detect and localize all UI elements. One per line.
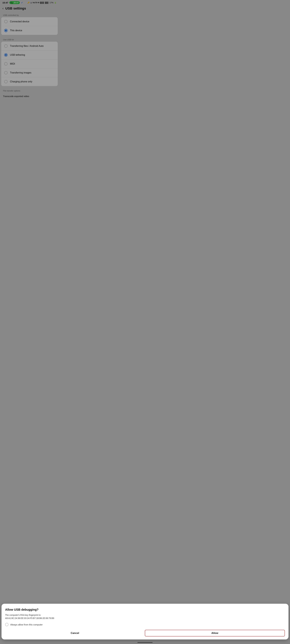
status-time: 15:47 (3, 1, 8, 4)
radio-usb-tethering[interactable]: USB tethering (1, 50, 58, 59)
call-badge: 📞 29:47 (9, 1, 20, 4)
signal-bars-1: ▌▌▌ (40, 2, 44, 4)
radio-label-midi: MIDI (10, 62, 15, 65)
use-usb-section-label: Use USB for (0, 37, 59, 42)
radio-circle-usb-tethering (4, 53, 8, 56)
radio-circle-this-device (4, 29, 8, 32)
location-icon: ◎ (30, 2, 32, 4)
status-left: 15:47 📞 29:47 ✓ (3, 1, 23, 4)
radio-label-usb-tethering: USB tethering (10, 54, 25, 56)
radio-circle-charging-only (4, 80, 8, 83)
signal-bars-2: ▌▌▌ (45, 2, 49, 4)
usb-controlled-section-label: USB controlled by (0, 13, 59, 17)
back-button[interactable]: ‹ (3, 6, 4, 10)
radio-this-device[interactable]: This device (1, 26, 58, 35)
use-usb-card: Transferring files / Android Auto USB te… (1, 42, 58, 86)
radio-transferring-files[interactable]: Transferring files / Android Auto (1, 42, 58, 50)
radio-connected-device[interactable]: Connected device (1, 17, 58, 26)
status-right: 🔑 ◎ VoLTE 4G ▌▌▌ ▌▌▌ 17% 🔋 (27, 2, 57, 4)
radio-circle-transferring-images (4, 71, 8, 74)
radio-label-this-device: This device (10, 29, 22, 32)
file-transfer-section-label: File transfer options (0, 88, 59, 93)
radio-transferring-images[interactable]: Transferring images (1, 68, 58, 77)
transcode-item: Transcode exported video (0, 93, 59, 100)
usb-controlled-card: Connected device This device (1, 17, 58, 35)
volt-check-icon: ✓ (21, 1, 23, 4)
radio-label-connected-device: Connected device (10, 20, 29, 23)
radio-label-transferring-files: Transferring files / Android Auto (10, 45, 44, 48)
volte-label: VoLTE 4G (33, 2, 40, 4)
call-timer: 29:47 (14, 2, 19, 4)
battery-icon: 🔋 (54, 2, 57, 4)
status-bar: 15:47 📞 29:47 ✓ 🔑 ◎ VoLTE 4G ▌▌▌ ▌▌▌ 17%… (0, 0, 59, 5)
radio-circle-midi (4, 62, 8, 66)
radio-charging-only[interactable]: Charging phone only (1, 77, 58, 86)
page-title: USB settings (5, 6, 26, 10)
radio-label-transferring-images: Transferring images (10, 72, 32, 74)
call-icon: 📞 (11, 2, 13, 4)
key-icon: 🔑 (27, 2, 30, 4)
radio-circle-connected-device (4, 20, 8, 23)
radio-circle-transferring-files (4, 44, 8, 48)
main-content: USB controlled by Connected device This … (0, 13, 59, 100)
header: ‹ USB settings (0, 5, 59, 13)
battery-percent: 17% (50, 2, 54, 4)
radio-midi[interactable]: MIDI (1, 59, 58, 68)
radio-label-charging-only: Charging phone only (10, 80, 32, 83)
